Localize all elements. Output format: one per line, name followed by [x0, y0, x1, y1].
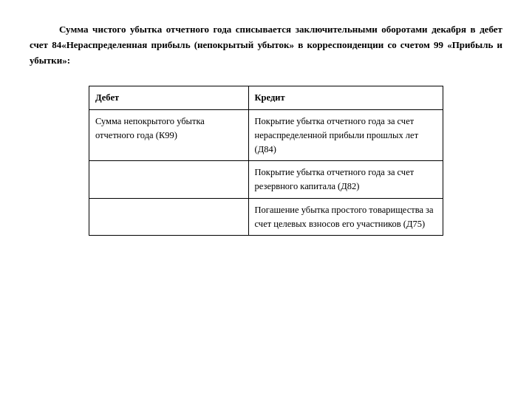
- cell-kredit-2: Погашение убытка простого товарищества з…: [248, 198, 443, 236]
- intro-paragraph: Сумма чистого убытка отчетного года спис…: [30, 22, 502, 68]
- header-debet: Дебет: [89, 86, 249, 110]
- table-row: Сумма непокрытого убытка отчетного года …: [89, 110, 443, 161]
- table-wrapper: Дебет Кредит Сумма непокрытого убытка от…: [30, 86, 502, 236]
- header-kredit: Кредит: [248, 86, 443, 110]
- table-row: Покрытие убытка отчетного года за счет р…: [89, 161, 443, 199]
- table-row: Погашение убытка простого товарищества з…: [89, 198, 443, 236]
- cell-debet-2: [89, 198, 249, 236]
- table-header-row: Дебет Кредит: [89, 86, 443, 110]
- cell-debet-1: [89, 161, 249, 199]
- cell-kredit-0: Покрытие убытка отчетного года за счет н…: [248, 110, 443, 161]
- cell-debet-0: Сумма непокрытого убытка отчетного года …: [89, 110, 249, 161]
- accounting-table: Дебет Кредит Сумма непокрытого убытка от…: [89, 86, 443, 236]
- cell-kredit-1: Покрытие убытка отчетного года за счет р…: [248, 161, 443, 199]
